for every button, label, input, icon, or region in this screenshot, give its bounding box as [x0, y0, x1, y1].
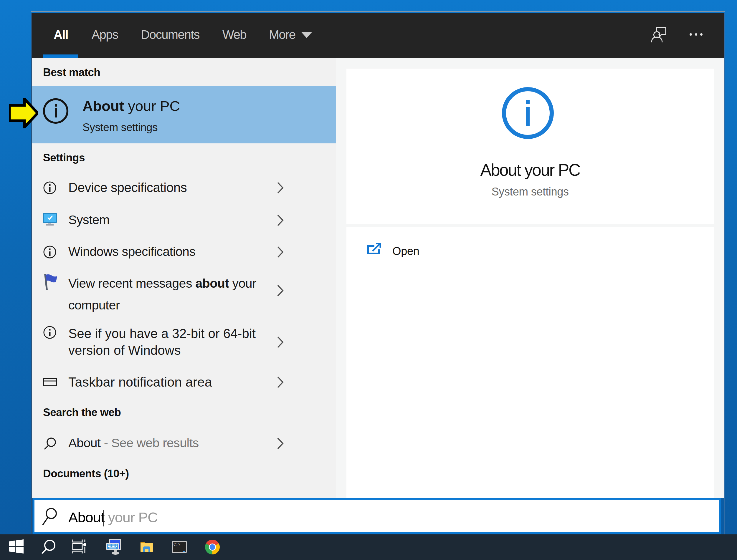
svg-text:C:\_: C:\_ — [173, 542, 183, 547]
